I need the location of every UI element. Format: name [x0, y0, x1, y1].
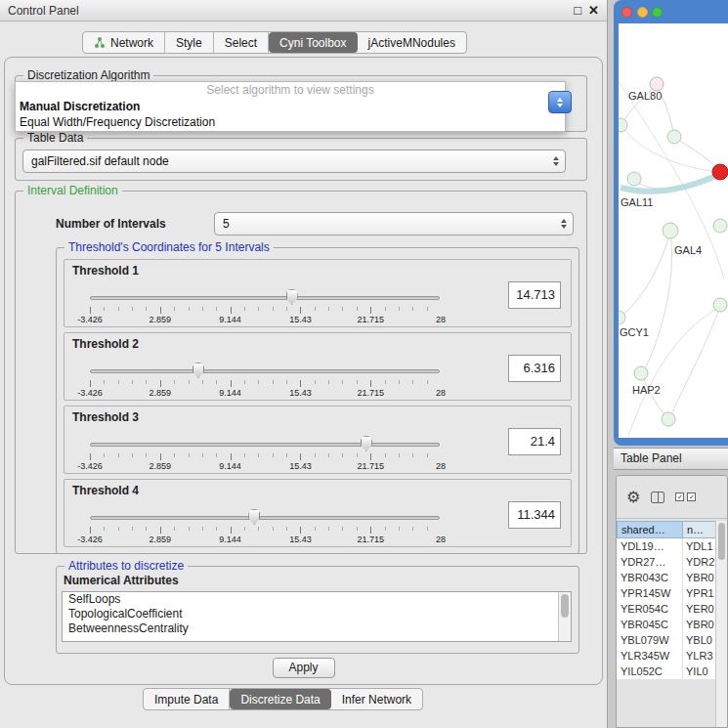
network-node[interactable] — [663, 223, 678, 238]
table-row[interactable]: YBR043C YBR0 — [617, 570, 717, 585]
slider-track[interactable] — [90, 296, 440, 300]
list-item[interactable]: TopologicalCoefficient — [63, 607, 571, 621]
tab-impute-data[interactable]: Impute Data — [144, 689, 230, 709]
gear-icon[interactable]: ⚙ — [626, 490, 640, 505]
network-node[interactable] — [667, 130, 681, 144]
network-view-window: GAL80 GAL11 GAL4 GCY1 HAP2 — [614, 0, 728, 446]
network-node[interactable] — [650, 77, 664, 91]
network-canvas[interactable]: GAL80 GAL11 GAL4 GCY1 HAP2 — [619, 23, 728, 438]
scrollbar-thumb[interactable] — [718, 523, 725, 560]
group-title: Interval Definition — [23, 184, 122, 197]
select-checks: ✓ ✓ — [675, 492, 696, 501]
mac-minimize-icon[interactable] — [637, 7, 648, 18]
tab-label: Select — [225, 36, 257, 50]
select-none-icon[interactable]: ✓ — [687, 492, 696, 501]
column-header-shared-name[interactable]: shared… — [617, 521, 683, 538]
table-row[interactable]: YLR345W YLR3 — [617, 648, 717, 664]
network-node[interactable] — [634, 366, 648, 380]
group-title: Threshold's Coordinates for 5 Intervals — [64, 240, 274, 254]
threshold-slider[interactable] — [90, 363, 440, 379]
table-row[interactable]: YBL079W YBL0 — [617, 632, 717, 648]
table-data-combo[interactable]: galFiltered.sif default node — [22, 150, 566, 173]
threshold-label: Threshold 4 — [72, 484, 139, 497]
slider-track[interactable] — [90, 369, 440, 373]
threshold-value-field[interactable]: 11.344 — [508, 501, 561, 529]
network-node[interactable] — [619, 311, 625, 324]
table-row[interactable]: YDR27… YDR2 — [617, 554, 717, 570]
mac-zoom-icon[interactable] — [652, 7, 663, 18]
threshold-value-field[interactable]: 6.316 — [508, 355, 561, 382]
tab-network[interactable]: Network — [83, 32, 165, 53]
table-row[interactable]: YBR045C YBR0 — [617, 617, 717, 632]
close-window-icon[interactable]: ✕ — [588, 0, 599, 21]
algorithm-combo-stepper-icon[interactable] — [548, 91, 572, 113]
tab-jactivemnodules[interactable]: jActiveMNodules — [358, 32, 466, 53]
network-edge — [669, 306, 720, 419]
network-node[interactable] — [627, 172, 641, 186]
table-row[interactable]: YPR145W YPR1 — [617, 585, 717, 601]
tick-label: -3.426 — [77, 535, 103, 544]
slider-thumb[interactable] — [193, 363, 204, 378]
slider-thumb[interactable] — [286, 289, 298, 305]
number-of-intervals-combo[interactable]: 5 — [214, 212, 574, 236]
combo-stepper-icon — [553, 156, 559, 166]
threshold-slider[interactable] — [90, 509, 440, 526]
table-panel-header: Table Panel — [614, 448, 728, 470]
threshold-4-panel: Threshold 4 11.344 -3.426 2.859 9.144 15… — [64, 479, 572, 547]
tick-label: -3.426 — [77, 461, 103, 471]
algorithm-option-equal-width[interactable]: Equal Width/Frequency Discretization — [16, 114, 565, 130]
threshold-1-panel: Threshold 1 14.713 -3.426 2.859 9.144 15… — [64, 259, 572, 327]
table-scrollbar[interactable] — [715, 521, 727, 727]
tab-label: Infer Network — [342, 693, 411, 707]
threshold-label: Threshold 2 — [72, 337, 139, 351]
tick-label: 21.715 — [357, 461, 384, 471]
apply-button[interactable]: Apply — [273, 658, 335, 678]
slider-thumb[interactable] — [248, 509, 260, 525]
network-node[interactable] — [713, 219, 727, 233]
algorithm-option-manual[interactable]: Manual Discretization — [16, 99, 565, 114]
tab-discretize-data[interactable]: Discretize Data — [230, 689, 330, 709]
network-node[interactable] — [662, 412, 675, 426]
tab-label: Style — [176, 36, 202, 50]
threshold-value-field[interactable]: 14.713 — [508, 281, 561, 309]
table-row[interactable]: YER054C YER0 — [617, 601, 717, 617]
threshold-slider[interactable] — [90, 289, 440, 306]
numerical-attributes-label: Numerical Attributes — [64, 574, 179, 587]
group-title: Discretization Algorithm — [23, 68, 153, 82]
slider-thumb[interactable] — [361, 436, 372, 451]
tab-infer-network[interactable]: Infer Network — [331, 689, 422, 709]
select-all-icon[interactable]: ✓ — [675, 492, 684, 501]
slider-track[interactable] — [90, 443, 440, 447]
list-scrollbar[interactable] — [558, 592, 571, 641]
table-row[interactable]: YIL052C YIL0 — [617, 664, 717, 679]
threshold-value-field[interactable]: 21.4 — [508, 428, 561, 455]
tick-label: 9.144 — [219, 388, 241, 398]
network-node[interactable] — [713, 298, 727, 312]
tick-label: 15.43 — [289, 388, 312, 398]
scrollbar-thumb[interactable] — [561, 594, 569, 618]
mac-close-icon[interactable] — [621, 7, 632, 18]
table-row[interactable]: YDL19… YDL1 — [617, 538, 717, 554]
threshold-label: Threshold 1 — [72, 264, 139, 278]
top-tabstrip: Network Style Select Cyni Toolbox jActiv… — [82, 31, 467, 54]
columns-icon[interactable] — [651, 492, 664, 503]
tab-cyni-toolbox[interactable]: Cyni Toolbox — [269, 32, 357, 53]
number-of-intervals-label: Number of Intervals — [56, 212, 166, 236]
slider-track[interactable] — [90, 516, 440, 520]
threshold-2-panel: Threshold 2 6.316 -3.426 2.859 9.144 15.… — [64, 332, 572, 401]
network-node-selected[interactable] — [712, 164, 728, 180]
column-header-name[interactable]: n… — [683, 521, 717, 538]
tick-label: 9.144 — [219, 315, 241, 324]
network-edge — [619, 232, 670, 319]
tab-select[interactable]: Select — [214, 32, 269, 53]
list-item[interactable]: SelfLoops — [63, 592, 571, 607]
tick-label: 2.859 — [150, 315, 172, 324]
float-window-icon[interactable]: □ — [574, 0, 581, 21]
tick-label: 21.715 — [357, 535, 384, 544]
table-body: YDL19… YDL1 YDR27… YDR2 YBR043C YBR0 YPR… — [617, 538, 717, 679]
tab-style[interactable]: Style — [165, 32, 214, 53]
threshold-slider[interactable] — [90, 436, 440, 452]
list-item[interactable]: BetweennessCentrality — [63, 621, 571, 636]
network-node[interactable] — [619, 118, 627, 132]
node-label: GAL4 — [674, 244, 702, 256]
